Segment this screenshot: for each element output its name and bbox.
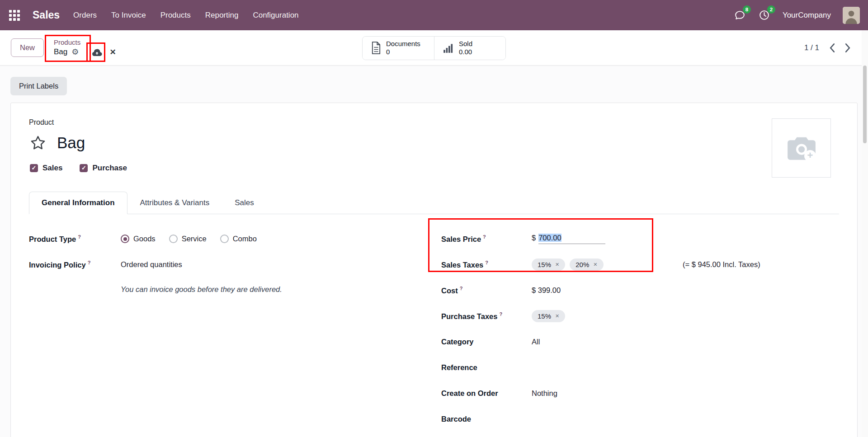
scrollbar bbox=[862, 30, 868, 437]
save-cloud-button[interactable] bbox=[91, 48, 102, 56]
pager-previous-button[interactable] bbox=[829, 43, 835, 53]
pager-count: 1 / 1 bbox=[804, 43, 819, 52]
menu-configuration[interactable]: Configuration bbox=[253, 11, 298, 20]
documents-value: 0 bbox=[386, 48, 390, 56]
favorite-star-button[interactable] bbox=[30, 135, 46, 151]
star-icon bbox=[30, 135, 46, 151]
scrollbar-thumb[interactable] bbox=[863, 66, 867, 143]
pager-next-button[interactable] bbox=[845, 43, 851, 53]
breadcrumb-parent-link[interactable]: Products bbox=[54, 38, 116, 46]
sales-taxes-label: Sales Taxes? bbox=[441, 260, 532, 269]
control-panel: New Products Bag ⚙ ✕ Documents 0 Sold 0.… bbox=[0, 30, 868, 66]
invoicing-policy-row: Invoicing Policy? Ordered quantities bbox=[29, 252, 434, 277]
activities-button[interactable]: 2 bbox=[758, 9, 771, 22]
remove-tag-icon[interactable]: ✕ bbox=[555, 262, 559, 268]
help-icon[interactable]: ? bbox=[78, 234, 81, 240]
purchase-checkbox[interactable]: ✓ Purchase bbox=[80, 164, 127, 173]
discard-button[interactable]: ✕ bbox=[109, 47, 116, 57]
menu-products[interactable]: Products bbox=[160, 11, 191, 20]
main-content: Print Labels Product Bag ✓ Sales ✓ bbox=[0, 66, 868, 437]
cost-label: Cost? bbox=[441, 286, 532, 295]
barcode-input[interactable] bbox=[532, 414, 595, 423]
radio-combo[interactable]: Combo bbox=[220, 235, 257, 243]
apps-grid-icon[interactable] bbox=[6, 7, 23, 23]
purchase-tax-tag-15[interactable]: 15%✕ bbox=[532, 310, 565, 322]
help-icon[interactable]: ? bbox=[483, 234, 486, 240]
chevron-left-icon bbox=[829, 43, 835, 53]
help-icon[interactable]: ? bbox=[460, 286, 463, 291]
new-button[interactable]: New bbox=[11, 38, 44, 57]
remove-tag-icon[interactable]: ✕ bbox=[593, 262, 597, 268]
form-left-column: Product Type? Goods Service Combo Invoic… bbox=[29, 226, 434, 298]
barcode-label: Barcode bbox=[441, 415, 532, 423]
tax-included-note: (= $ 945.00 Incl. Taxes) bbox=[683, 260, 760, 269]
create-on-order-label: Create on Order bbox=[441, 389, 532, 398]
sales-checkbox-label: Sales bbox=[42, 164, 62, 173]
print-labels-button[interactable]: Print Labels bbox=[10, 77, 67, 95]
menu-orders[interactable]: Orders bbox=[73, 11, 97, 20]
radio-goods[interactable]: Goods bbox=[121, 235, 156, 243]
tab-sales[interactable]: Sales bbox=[222, 192, 267, 214]
product-type-row: Product Type? Goods Service Combo bbox=[29, 226, 434, 252]
product-image-upload[interactable]: + bbox=[772, 118, 831, 178]
company-switcher[interactable]: YourCompany bbox=[783, 11, 831, 20]
sales-price-label: Sales Price? bbox=[441, 234, 532, 244]
breadcrumb: Products Bag ⚙ ✕ bbox=[50, 38, 116, 57]
user-avatar[interactable] bbox=[843, 7, 860, 24]
product-form-sheet: Product Bag ✓ Sales ✓ Purchase bbox=[10, 103, 858, 437]
radio-service[interactable]: Service bbox=[169, 235, 207, 243]
sold-stat-button[interactable]: Sold 0.00 bbox=[434, 37, 505, 60]
sold-label: Sold bbox=[459, 40, 472, 48]
top-navbar: Sales Orders To Invoice Products Reporti… bbox=[0, 0, 868, 30]
menu-to-invoice[interactable]: To Invoice bbox=[111, 11, 146, 20]
sales-taxes-row: Sales Taxes? 15%✕ 20%✕ bbox=[441, 252, 839, 277]
purchase-taxes-row: Purchase Taxes? 15%✕ bbox=[441, 303, 839, 329]
invoicing-policy-label: Invoicing Policy? bbox=[29, 260, 121, 269]
grid-icon bbox=[9, 10, 20, 21]
app-name[interactable]: Sales bbox=[33, 9, 60, 21]
sold-value: 0.00 bbox=[459, 48, 472, 56]
documents-stat-button[interactable]: Documents 0 bbox=[363, 37, 434, 60]
sales-price-input[interactable]: 700.00 bbox=[538, 234, 605, 244]
sales-price-row: Sales Price? $ 700.00 bbox=[441, 226, 839, 252]
reference-input[interactable] bbox=[532, 362, 595, 372]
tab-attributes-variants[interactable]: Attributes & Variants bbox=[127, 192, 222, 214]
messages-badge: 8 bbox=[743, 5, 751, 14]
remove-tag-icon[interactable]: ✕ bbox=[555, 313, 559, 319]
tax-tag-15[interactable]: 15%✕ bbox=[532, 258, 565, 271]
activities-badge: 2 bbox=[767, 5, 775, 14]
product-type-label: Product Type? bbox=[29, 234, 121, 244]
breadcrumb-current: Bag bbox=[54, 47, 67, 56]
create-on-order-value[interactable]: Nothing bbox=[532, 389, 839, 398]
reference-row: Reference bbox=[441, 355, 839, 381]
pager: 1 / 1 bbox=[804, 43, 857, 53]
person-icon bbox=[843, 7, 860, 24]
radio-icon bbox=[220, 235, 229, 243]
radio-icon bbox=[121, 235, 129, 243]
form-right-column: Sales Price? $ 700.00 Sales Taxes? 15%✕ … bbox=[434, 226, 839, 432]
tax-tag-20[interactable]: 20%✕ bbox=[570, 258, 603, 271]
sales-price-value: 700.00 bbox=[538, 234, 561, 242]
radio-icon bbox=[169, 235, 178, 243]
product-name[interactable]: Bag bbox=[57, 134, 85, 152]
invoicing-policy-value[interactable]: Ordered quantities bbox=[121, 260, 434, 269]
tab-general-information[interactable]: General Information bbox=[29, 192, 127, 214]
category-label: Category bbox=[441, 338, 532, 346]
document-icon bbox=[371, 42, 382, 54]
help-icon[interactable]: ? bbox=[499, 311, 502, 317]
notebook-tabs: General Information Attributes & Variant… bbox=[29, 191, 839, 214]
category-value[interactable]: All bbox=[532, 338, 839, 346]
sales-checkbox[interactable]: ✓ Sales bbox=[30, 164, 62, 173]
help-icon[interactable]: ? bbox=[485, 260, 488, 265]
purchase-checkbox-label: Purchase bbox=[92, 164, 127, 173]
messages-button[interactable]: 8 bbox=[734, 9, 746, 22]
stat-buttons: Documents 0 Sold 0.00 bbox=[362, 36, 506, 61]
menu-reporting[interactable]: Reporting bbox=[205, 11, 239, 20]
invoicing-policy-help-text: You can invoice goods before they are de… bbox=[121, 285, 434, 294]
cost-row: Cost? $ 399.00 bbox=[441, 277, 839, 303]
help-icon[interactable]: ? bbox=[88, 260, 91, 265]
purchase-taxes-tags: 15%✕ bbox=[532, 310, 839, 322]
cloud-upload-icon bbox=[91, 48, 102, 56]
gear-icon[interactable]: ⚙ bbox=[71, 47, 79, 57]
cost-value[interactable]: $ 399.00 bbox=[532, 286, 839, 295]
